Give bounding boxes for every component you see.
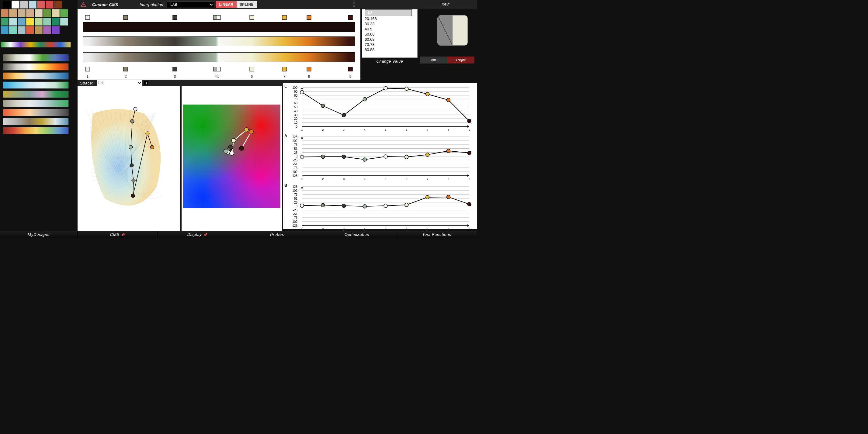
chroma-point[interactable] <box>231 138 236 142</box>
chart-point[interactable] <box>446 195 450 199</box>
key-list-item[interactable]: 60.68 <box>362 37 417 42</box>
palette-swatch[interactable] <box>26 26 34 34</box>
interp-spline-button[interactable]: SPLINE <box>237 1 257 8</box>
palette-swatch[interactable] <box>35 9 42 17</box>
nil-button[interactable]: Nil <box>420 57 447 64</box>
chroma-point[interactable] <box>249 130 253 134</box>
chart-point[interactable] <box>321 203 325 207</box>
space3d-point[interactable] <box>129 145 133 149</box>
preset-item[interactable] <box>3 91 69 98</box>
key-list-item[interactable]: 50.66 <box>362 32 417 37</box>
key-marker[interactable] <box>216 67 221 71</box>
key-marker[interactable] <box>249 67 254 71</box>
expand-vertical-icon[interactable] <box>351 2 357 7</box>
chart-point[interactable] <box>300 204 304 208</box>
tab-display[interactable]: Display 📌 <box>158 231 238 238</box>
key-marker[interactable] <box>173 67 177 71</box>
gradient-bar-bottom[interactable] <box>83 52 355 62</box>
preset-item[interactable] <box>3 81 69 89</box>
chroma-point[interactable] <box>244 128 248 132</box>
chart-point[interactable] <box>446 149 450 153</box>
key-list-item[interactable]: 20.166 <box>362 16 417 21</box>
chroma-point[interactable] <box>229 145 233 149</box>
chart-point[interactable] <box>446 98 450 102</box>
key-marker[interactable] <box>282 67 287 71</box>
key-list-item[interactable]: 70.78 <box>362 42 417 47</box>
color-space-2d-view[interactable] <box>182 86 282 231</box>
palette-swatch[interactable] <box>26 18 34 26</box>
palette-swatch[interactable] <box>18 26 26 34</box>
chroma-point[interactable] <box>229 151 234 155</box>
key-marker[interactable] <box>216 15 221 20</box>
palette-swatch[interactable] <box>3 1 11 8</box>
color-space-3d-view[interactable] <box>78 86 180 231</box>
key-marker[interactable] <box>348 67 353 71</box>
palette-swatch[interactable] <box>9 18 17 26</box>
preset-item[interactable] <box>3 72 69 79</box>
space3d-point[interactable] <box>146 132 149 135</box>
key-marker[interactable] <box>249 15 254 20</box>
palette-swatch[interactable] <box>1 26 8 34</box>
chart-point[interactable] <box>321 155 325 159</box>
key-marker[interactable] <box>307 15 311 20</box>
palette-swatch[interactable] <box>37 1 45 8</box>
chart-point[interactable] <box>300 155 304 159</box>
chart-point[interactable] <box>363 204 367 208</box>
tab-probes[interactable]: Probes <box>237 231 317 238</box>
key-list-item[interactable]: 40.5 <box>362 27 417 32</box>
chart-point[interactable] <box>384 204 388 208</box>
space3d-point[interactable] <box>150 145 154 149</box>
palette-swatch[interactable] <box>1 18 8 26</box>
palette-swatch[interactable] <box>45 1 54 8</box>
interpolation-select[interactable]: LABRGBHSV <box>167 1 214 8</box>
gradient-bar-mid[interactable] <box>83 36 355 46</box>
key-marker[interactable] <box>282 15 287 20</box>
chart-L[interactable]: 0102030405060708090100123456789 <box>298 85 473 133</box>
chart-point[interactable] <box>467 151 471 155</box>
chart-point[interactable] <box>342 204 346 208</box>
chart-point[interactable] <box>467 202 471 206</box>
spectrum-bar[interactable] <box>1 42 70 47</box>
palette-swatch[interactable] <box>43 26 51 34</box>
preset-item[interactable] <box>3 63 69 70</box>
palette-swatch[interactable] <box>54 1 62 8</box>
palette-swatch[interactable] <box>20 1 28 8</box>
chart-point[interactable] <box>300 90 304 94</box>
key-list-item[interactable]: 10 <box>365 9 412 16</box>
palette-swatch[interactable] <box>60 18 68 26</box>
palette-swatch[interactable] <box>35 18 42 26</box>
palette-swatch[interactable] <box>43 18 51 26</box>
key-list[interactable]: 1020.16630.3340.550.6660.6870.7880.88 <box>362 9 417 58</box>
key-marker[interactable] <box>85 67 90 71</box>
chroma-point[interactable] <box>239 146 244 151</box>
preset-item[interactable] <box>3 109 69 116</box>
chart-point[interactable] <box>426 92 429 96</box>
palette-swatch[interactable] <box>1 9 8 17</box>
chart-point[interactable] <box>342 155 346 159</box>
chart-point[interactable] <box>426 195 429 199</box>
palette-swatch[interactable] <box>26 9 34 17</box>
key-list-item[interactable]: 30.33 <box>362 21 417 27</box>
palette-swatch[interactable] <box>9 26 17 34</box>
chart-B[interactable]: -128-102-76-51-250255176102128123456789 <box>298 184 473 232</box>
change-value-button[interactable]: Change Value <box>362 59 417 64</box>
chart-point[interactable] <box>363 97 367 101</box>
space3d-point[interactable] <box>133 107 137 111</box>
space-select[interactable]: LabRGBHSVLCH <box>97 80 142 86</box>
preset-item[interactable] <box>3 100 69 107</box>
chroma-point[interactable] <box>224 149 228 154</box>
space3d-point[interactable] <box>130 164 133 167</box>
space3d-point[interactable] <box>131 194 135 198</box>
key-list-item[interactable]: 80.88 <box>362 47 417 52</box>
chart-point[interactable] <box>405 155 408 159</box>
tab-test-functions[interactable]: Test Functions <box>397 231 477 238</box>
chart-point[interactable] <box>467 119 471 123</box>
tab-cms[interactable]: CMS 📌 <box>78 231 158 238</box>
palette-swatch[interactable] <box>18 18 26 26</box>
chart-point[interactable] <box>384 87 388 90</box>
preset-item[interactable] <box>3 118 69 125</box>
palette-swatch[interactable] <box>11 1 20 8</box>
key-marker[interactable] <box>173 15 177 20</box>
palette-swatch[interactable] <box>52 18 60 26</box>
tab-optimization[interactable]: Optimization <box>317 231 397 238</box>
